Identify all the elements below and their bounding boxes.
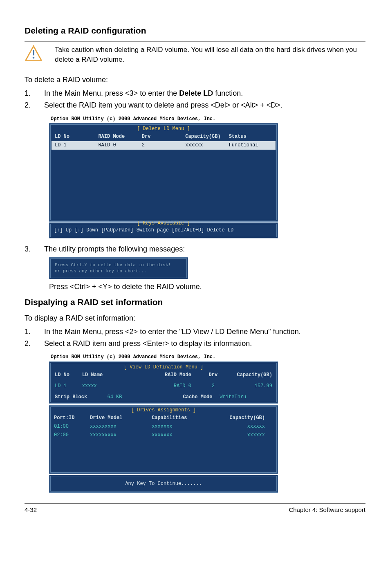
display-steps: 1. In the Main Menu, press <2> to enter …	[25, 327, 365, 349]
col-raidmode: RAID Mode	[146, 372, 199, 379]
delete-steps: 1. In the Main Menu, press <3> to enter …	[25, 88, 365, 110]
caution-box: Take caution when deleting a RAID volume…	[25, 41, 365, 68]
bios-keys-text: [↑] Up [↓] Down [PaUp/PaDn] Switch page …	[54, 227, 273, 234]
cell: 2	[142, 142, 185, 149]
cell: 02:00	[54, 432, 90, 439]
svg-point-2	[33, 57, 35, 59]
step-text-part: In the Main Menu, press <3> to enter the	[44, 89, 179, 97]
cell: xxxxxx	[213, 423, 273, 430]
bios-keys-label: [ Keys Available ]	[54, 220, 273, 227]
chapter-label: Chapter 4: Software support	[289, 505, 365, 514]
cell: LD 1	[55, 383, 82, 390]
prompt-line: or press any other key to abort...	[55, 268, 182, 274]
step-text: In the Main Menu, press <3> to enter the…	[44, 88, 365, 99]
col-capabilities: Capabilities	[152, 415, 213, 422]
cell: xxxxxxxxx	[90, 432, 152, 439]
step-text: Select the RAID item you want to delete …	[44, 100, 365, 110]
col-capacity: Capacity(GB)	[185, 133, 229, 140]
bios-selected-row[interactable]: LD 1 RAID 0 2 xxxxxx Functional	[52, 141, 276, 150]
delete-intro: To delete a RAID volume:	[25, 75, 365, 85]
bios-delete-ld-screen: Option ROM Utility (c) 2009 Advanced Mic…	[49, 115, 278, 239]
bios-menu-label: [ Delete LD Menu ]	[52, 126, 276, 132]
bios-strip-row: Strip Block 64 KB Cache Mode WriteThru	[52, 393, 276, 402]
cell: RAID 0	[98, 142, 141, 149]
col-drv: Drv	[199, 372, 227, 379]
bios-drives-box: [ Drives Assignments ] Port:ID Drive Mod…	[49, 405, 278, 474]
bios-table-header: LD No RAID Mode Drv Capacity(GB) Status	[52, 132, 276, 141]
cell: LD 1	[55, 142, 98, 149]
strip-block-label: Strip Block	[55, 394, 108, 401]
cache-mode-value: WriteThru	[220, 394, 273, 401]
bios-menu-label: [ View LD Defination Menu ]	[52, 364, 276, 371]
col-ldname: LD Name	[82, 372, 146, 379]
step-number: 1.	[25, 327, 34, 337]
cell: xxxxxxx	[152, 423, 213, 430]
bios-row: LD 1 xxxxx RAID 0 2 157.99	[52, 379, 276, 393]
page-number: 4-32	[25, 505, 37, 514]
cell: xxxxx	[82, 383, 146, 390]
bios-empty-area	[51, 440, 276, 472]
cell: xxxxxx	[185, 142, 229, 149]
page-footer: 4-32 Chapter 4: Software support	[25, 503, 365, 514]
svg-rect-1	[33, 50, 34, 56]
step-number: 2.	[25, 100, 34, 110]
step-number: 3.	[25, 244, 34, 254]
bios-view-ld-screen: Option ROM Utility (c) 2009 Advanced Mic…	[49, 353, 278, 493]
cell: xxxxxxx	[152, 432, 213, 439]
bios-drives-header: Port:ID Drive Model Capabilities Capacit…	[51, 414, 276, 422]
prompt-line: Press Ctrl-Y to delte the data in the di…	[55, 262, 182, 268]
step-text: In the Main Menu, press <2> to enter the…	[44, 327, 365, 337]
bios-anykey-text: Any Key To Continue.......	[125, 481, 202, 487]
bios-table-header: LD No LD Name RAID Mode Drv Capacity(GB)	[52, 371, 276, 379]
col-status: Status	[229, 133, 272, 140]
bios-keys-box: [ Keys Available ] [↑] Up [↓] Down [PaUp…	[49, 222, 278, 239]
caution-text: Take caution when deleting a RAID volume…	[55, 45, 365, 65]
bios-anykey-box: Any Key To Continue.......	[49, 475, 278, 493]
step-number: 2.	[25, 339, 34, 349]
delete-ld-label: Delete LD	[179, 89, 213, 97]
strip-block-value: 64 KB	[108, 394, 160, 401]
bios-confirm-prompt: Press Ctrl-Y to delte the data in the di…	[49, 257, 188, 280]
heading-deleting: Deleting a RAID configuration	[25, 25, 365, 36]
col-ldno: LD No	[55, 372, 82, 379]
press-ctrl-y-text: Press <Ctrl> + <Y> to delete the RAID vo…	[49, 282, 365, 292]
step-text-part: function.	[213, 89, 243, 97]
col-drive-model: Drive Model	[90, 415, 152, 422]
cell: xxxxxx	[213, 432, 273, 439]
bios-drive-row: 01:00 xxxxxxxxx xxxxxxx xxxxxx	[51, 422, 276, 431]
cell: xxxxxxxxx	[90, 423, 152, 430]
step-text: Select a RAID item and press <Enter> to …	[44, 339, 365, 349]
col-capacity: Capacity(GB)	[227, 372, 272, 379]
step-number: 1.	[25, 88, 34, 99]
cell: 2	[199, 383, 227, 390]
cache-mode-label: Cache Mode	[160, 394, 220, 401]
cell: 01:00	[54, 423, 90, 430]
heading-displaying: Dispalying a RAID set information	[25, 296, 365, 308]
col-drv: Drv	[142, 133, 185, 140]
bios-empty-area	[52, 150, 276, 219]
bios-drive-row: 02:00 xxxxxxxxx xxxxxxx xxxxxx	[51, 431, 276, 440]
bios-drives-label: [ Drives Assignments ]	[51, 407, 276, 414]
cell: RAID 0	[146, 383, 199, 390]
step-text: The utility prompts the following messag…	[44, 244, 365, 254]
delete-steps-cont: 3. The utility prompts the following mes…	[25, 244, 365, 254]
col-capacity: Capacity(GB)	[213, 415, 273, 422]
cell: 157.99	[227, 383, 272, 390]
col-ldno: LD No	[55, 133, 98, 140]
display-intro: To display a RAID set information:	[25, 313, 365, 323]
cell: Functional	[229, 142, 272, 149]
col-portid: Port:ID	[54, 415, 90, 422]
warning-triangle-icon	[25, 45, 43, 61]
col-raidmode: RAID Mode	[98, 133, 141, 140]
bios-title: Option ROM Utility (c) 2009 Advanced Mic…	[49, 353, 278, 361]
bios-title: Option ROM Utility (c) 2009 Advanced Mic…	[49, 115, 278, 123]
